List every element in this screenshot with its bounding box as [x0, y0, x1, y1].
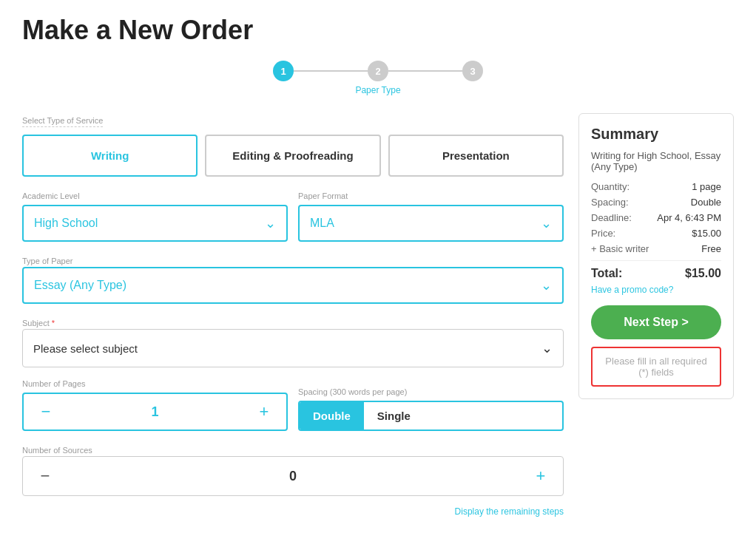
step-1: 1 [273, 61, 294, 81]
subject-label: Subject * [22, 319, 55, 327]
summary-writer-label: + Basic writer [591, 243, 649, 254]
page-title: Make a New Order [22, 15, 734, 46]
summary-box: Summary Writing for High School, Essay (… [578, 113, 734, 399]
summary-description: Writing for High School, Essay (Any Type… [591, 150, 721, 172]
summary-deadline-value: Apr 4, 6:43 PM [657, 212, 721, 223]
subject-select[interactable]: Please select subject ⌄ [22, 329, 564, 367]
sources-increment-button[interactable]: + [530, 466, 551, 486]
sources-value: 0 [289, 469, 297, 484]
service-presentation-button[interactable]: Presentation [388, 135, 564, 177]
spacing-single-button[interactable]: Single [364, 402, 424, 430]
paper-format-label: Paper Format [298, 191, 564, 200]
academic-level-label: Academic Level [22, 191, 288, 200]
pages-label: Number of Pages [22, 379, 288, 388]
summary-spacing-value: Double [691, 197, 721, 208]
summary-row-price: Price: $15.00 [591, 228, 721, 239]
summary-total: Total: $15.00 [591, 267, 721, 280]
summary-title: Summary [591, 126, 721, 143]
next-step-button[interactable]: Next Step > [591, 305, 721, 339]
step-line-2 [388, 70, 462, 72]
pages-value: 1 [151, 404, 158, 420]
display-remaining-link[interactable]: Display the remaining steps [22, 506, 564, 517]
type-of-paper-label: Type of Paper [22, 257, 73, 265]
summary-row-writer: + Basic writer Free [591, 243, 721, 254]
paper-format-value: MLA [310, 217, 334, 230]
type-of-paper-select[interactable]: Essay (Any Type) ⌄ [22, 267, 564, 304]
stepper: 1 2 3 Paper Type [22, 61, 734, 95]
spacing-double-button[interactable]: Double [300, 402, 364, 430]
academic-level-chevron-icon: ⌄ [265, 215, 276, 231]
service-type-label: Select Type of Service [22, 116, 103, 127]
summary-sidebar: Summary Writing for High School, Essay (… [578, 113, 734, 517]
required-notice: Please fill in all required (*) fields [591, 347, 721, 387]
step-2: 2 [368, 61, 388, 81]
pages-counter: − 1 + [22, 393, 288, 431]
summary-total-label: Total: [591, 267, 622, 280]
sources-label: Number of Sources [22, 446, 92, 455]
summary-deadline-label: Deadline: [591, 212, 632, 223]
summary-quantity-value: 1 page [692, 181, 721, 192]
subject-chevron-icon: ⌄ [541, 340, 553, 356]
service-writing-button[interactable]: Writing [22, 135, 198, 177]
paper-format-chevron-icon: ⌄ [541, 215, 552, 231]
type-of-paper-value: Essay (Any Type) [34, 279, 126, 292]
pages-decrement-button[interactable]: − [36, 401, 56, 422]
sources-counter: − 0 + [22, 456, 564, 496]
pages-increment-button[interactable]: + [254, 401, 274, 422]
paper-format-select[interactable]: MLA ⌄ [298, 205, 564, 242]
summary-total-value: $15.00 [685, 267, 721, 280]
summary-quantity-label: Quantity: [591, 181, 630, 192]
step-label: Paper Type [355, 85, 400, 95]
summary-row-quantity: Quantity: 1 page [591, 181, 721, 192]
service-buttons: Writing Editing & Proofreading Presentat… [22, 135, 564, 177]
step-line-1 [294, 70, 368, 72]
promo-code-link[interactable]: Have a promo code? [591, 285, 721, 295]
subject-placeholder: Please select subject [33, 342, 138, 355]
spacing-label: Spacing (300 words per page) [298, 387, 564, 396]
summary-spacing-label: Spacing: [591, 197, 629, 208]
summary-row-deadline: Deadline: Apr 4, 6:43 PM [591, 212, 721, 223]
summary-writer-value: Free [701, 243, 721, 254]
spacing-group: Double Single [298, 401, 564, 431]
academic-level-select[interactable]: High School ⌄ [22, 205, 288, 242]
academic-level-value: High School [34, 217, 98, 230]
type-of-paper-chevron-icon: ⌄ [541, 277, 552, 293]
sources-decrement-button[interactable]: − [35, 466, 55, 486]
summary-row-spacing: Spacing: Double [591, 197, 721, 208]
service-editing-button[interactable]: Editing & Proofreading [205, 135, 380, 177]
step-3: 3 [462, 61, 483, 81]
subject-required-marker: * [52, 319, 55, 327]
summary-price-label: Price: [591, 228, 615, 239]
summary-price-value: $15.00 [692, 228, 721, 239]
